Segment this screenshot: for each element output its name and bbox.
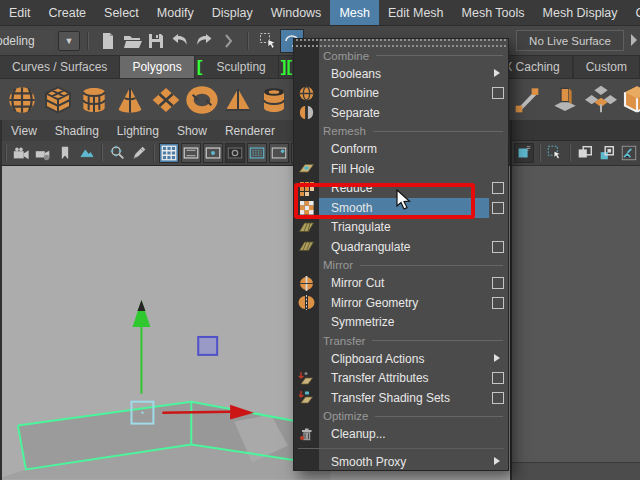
viewport-menu-lighting[interactable]: Lighting [108, 124, 168, 138]
menubar-item-modify[interactable]: Modify [148, 0, 203, 25]
camera-attributes-icon[interactable] [33, 143, 53, 163]
viewport-menu-view[interactable]: View [2, 124, 46, 138]
tab-custom[interactable]: Custom [573, 56, 640, 78]
menubar-item-create[interactable]: Create [40, 0, 96, 25]
option-box[interactable] [492, 202, 504, 214]
option-box[interactable] [492, 182, 504, 194]
poly-plane-icon[interactable] [148, 82, 184, 118]
tab-polygons[interactable]: Polygons [120, 56, 194, 78]
menu-item-label: Smooth Proxy [331, 455, 406, 469]
menu-item-separate[interactable]: Separate [294, 103, 508, 123]
option-box[interactable] [492, 372, 504, 384]
poly-torus-icon[interactable] [184, 82, 220, 118]
uv-select-icon[interactable] [620, 143, 638, 163]
poly-cube-icon[interactable] [40, 82, 76, 118]
option-box[interactable] [492, 241, 504, 253]
transfer-shading-sets-icon [298, 389, 315, 406]
menu-item-mirror-cut[interactable]: Mirror Cut [294, 274, 508, 294]
menubar-item-edit-mesh[interactable]: Edit Mesh [379, 0, 453, 25]
menu-item-label: Mirror Geometry [331, 296, 418, 310]
select-camera-icon[interactable] [11, 143, 31, 163]
menu-item-clipboard-actions[interactable]: Clipboard Actions [294, 349, 508, 369]
object-select-icon[interactable] [576, 143, 594, 163]
menu-item-triangulate[interactable]: Triangulate [294, 218, 508, 238]
live-surface-label: No Live Surface [529, 35, 611, 47]
menu-item-label: Transfer Shading Sets [331, 391, 450, 405]
menu-item-conform[interactable]: Conform [294, 140, 508, 160]
pan-zoom-icon[interactable] [107, 143, 127, 163]
open-scene-icon[interactable] [120, 29, 144, 53]
option-box[interactable] [492, 87, 504, 99]
cleanup-icon [298, 426, 315, 443]
tab-sculpting[interactable]: Sculpting [204, 56, 278, 78]
menu-item-fill-hole[interactable]: Fill Hole [294, 159, 508, 179]
grid-icon[interactable] [159, 143, 179, 163]
menu-item-transfer-shading-sets[interactable]: Transfer Shading Sets [294, 388, 508, 408]
safe-action-icon[interactable] [269, 143, 289, 163]
resolution-gate-icon[interactable] [203, 143, 223, 163]
menu-item-booleans[interactable]: Booleans [294, 64, 508, 84]
highlight-selection-icon[interactable] [514, 143, 534, 163]
menubar-item-mesh-display[interactable]: Mesh Display [534, 0, 627, 25]
component-select-icon[interactable] [598, 143, 616, 163]
menubar-item-display[interactable]: Display [203, 0, 262, 25]
menubar-item-windows[interactable]: Windows [262, 0, 331, 25]
live-surface-arrow-icon[interactable] [631, 34, 637, 46]
toolbar-separator [5, 144, 7, 162]
menubar-item-mesh-tools[interactable]: Mesh Tools [453, 0, 534, 25]
menubar-item-select[interactable]: Select [95, 0, 148, 25]
quad-draw-icon[interactable] [583, 81, 619, 117]
bevel-icon[interactable] [619, 81, 640, 117]
menu-set-dropdown[interactable]: Modeling [0, 30, 54, 52]
poly-cone-icon[interactable] [112, 82, 148, 118]
fill-hole-icon [298, 160, 315, 177]
menu-item-symmetrize[interactable]: Symmetrize [294, 313, 508, 333]
tab-curves-surfaces[interactable]: Curves / Surfaces [0, 56, 120, 78]
select-tool-icon[interactable] [256, 29, 280, 53]
grease-pencil-icon[interactable] [129, 143, 149, 163]
extrude-icon[interactable] [547, 81, 583, 117]
save-scene-icon[interactable] [144, 29, 168, 53]
option-box[interactable] [492, 392, 504, 404]
menu-section-mirror: Mirror [294, 257, 508, 274]
menu-item-combine[interactable]: Combine [294, 84, 508, 104]
sep-arrow-icon [216, 29, 240, 53]
poly-sphere-icon[interactable] [4, 82, 40, 118]
film-gate-icon[interactable] [181, 143, 201, 163]
menu-item-mirror-geometry[interactable]: Mirror Geometry [294, 293, 508, 313]
redo-icon[interactable] [192, 29, 216, 53]
menu-item-transfer-attributes[interactable]: Transfer Attributes [294, 369, 508, 389]
field-chart-icon[interactable] [247, 143, 267, 163]
viewport-menu-renderer[interactable]: Renderer [216, 124, 284, 138]
menu-item-label: Combine [331, 86, 379, 100]
viewport-menu-shading[interactable]: Shading [46, 124, 108, 138]
image-plane-icon[interactable] [77, 143, 97, 163]
poly-pipe-icon[interactable] [256, 82, 292, 118]
gate-mask-icon[interactable] [225, 143, 245, 163]
option-box[interactable] [492, 277, 504, 289]
menubar-item-mesh[interactable]: Mesh [330, 0, 379, 25]
menubar-item-edit[interactable]: Edit [0, 0, 40, 25]
poly-pyramid-icon[interactable] [220, 82, 256, 118]
toolbar-separator [247, 32, 249, 50]
menubar-item-curves[interactable]: Curves [627, 0, 640, 25]
menu-section-label: Combine [323, 50, 369, 62]
main-menubar: EditCreateSelectModifyDisplayWindowsMesh… [0, 0, 640, 25]
menu-item-quadrangulate[interactable]: Quadrangulate [294, 237, 508, 257]
live-surface-field[interactable]: No Live Surface [516, 30, 624, 51]
menu-set-dropdown-arrow[interactable]: ▼ [58, 31, 80, 51]
viewport-menu-show[interactable]: Show [168, 124, 216, 138]
menu-item-smooth-proxy[interactable]: Smooth Proxy [294, 452, 508, 472]
multi-cut-icon[interactable] [511, 81, 547, 117]
menu-item-label: Mirror Cut [331, 276, 384, 290]
menu-tearoff-handle[interactable] [296, 39, 506, 47]
bookmarks-icon[interactable] [55, 143, 75, 163]
option-box[interactable] [492, 297, 504, 309]
marquee-select-icon[interactable] [546, 143, 564, 163]
toolbar-separator [153, 144, 155, 162]
poly-cylinder-icon[interactable] [76, 82, 112, 118]
new-scene-icon[interactable] [96, 29, 120, 53]
shelf-bracket-icon: [ [195, 56, 205, 78]
menu-item-cleanup[interactable]: Cleanup... [294, 425, 508, 445]
undo-icon[interactable] [168, 29, 192, 53]
